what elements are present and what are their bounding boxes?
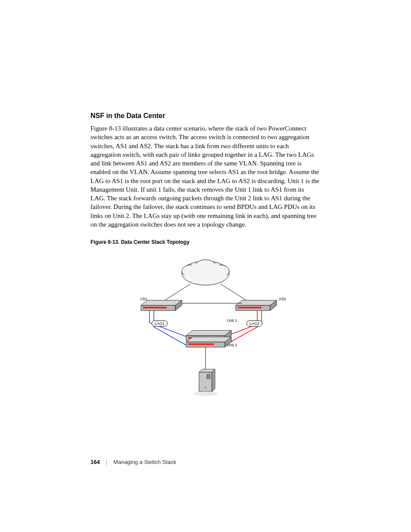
- diagram-svg: [119, 254, 292, 400]
- svg-point-12: [193, 392, 218, 396]
- svg-rect-10: [207, 374, 210, 379]
- switch-as1-icon: [141, 300, 182, 311]
- unit1-label: Unit 1: [227, 318, 237, 323]
- body-paragraph: Figure 8-13 illustrates a data center sc…: [90, 124, 321, 229]
- as1-label: AS1: [140, 297, 147, 301]
- server-icon: [193, 369, 218, 396]
- lag2-label: LAG2: [246, 320, 262, 327]
- unit2-label: Unit 2: [227, 343, 237, 347]
- svg-point-11: [205, 386, 206, 388]
- switch-as2-icon: [236, 300, 277, 311]
- switch-unit2-icon: [186, 337, 231, 347]
- svg-rect-8: [188, 343, 214, 345]
- page-footer: 164 | Managing a Switch Stack: [90, 459, 176, 465]
- as2-label: AS2: [279, 297, 286, 301]
- page-number: 164: [90, 459, 100, 465]
- chapter-title: Managing a Switch Stack: [113, 459, 176, 465]
- cloud-icon: [182, 260, 229, 285]
- svg-point-4: [184, 263, 227, 283]
- section-heading: NSF in the Data Center: [90, 112, 321, 120]
- figure-caption: Figure 8-13. Data Center Stack Topology: [90, 239, 321, 245]
- svg-rect-6: [238, 307, 262, 308]
- topology-diagram: AS1 AS2 LAG1 LAG2 Unit 1 Unit 2: [119, 254, 292, 400]
- lag1-label: LAG1: [152, 320, 168, 327]
- footer-separator: |: [106, 459, 107, 465]
- svg-rect-5: [143, 307, 167, 308]
